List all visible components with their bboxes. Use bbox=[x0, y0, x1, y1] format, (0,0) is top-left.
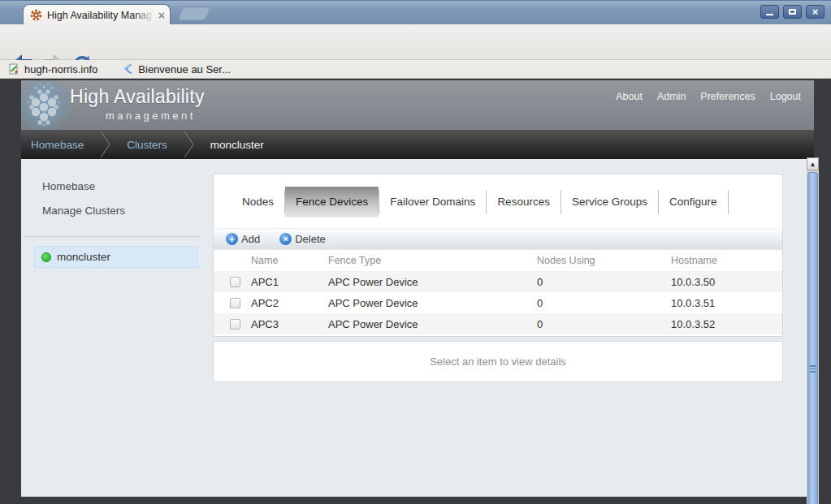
table-row[interactable]: APC1 APC Power Device 0 10.0.3.50 bbox=[214, 271, 782, 292]
column-header-nodes-using: Nodes Using bbox=[537, 255, 671, 266]
table-row[interactable]: APC2 APC Power Device 0 10.0.3.51 bbox=[214, 292, 782, 313]
sidebar-item-moncluster[interactable]: moncluster bbox=[34, 246, 198, 268]
sidebar-item-homebase[interactable]: Homebase bbox=[42, 180, 95, 192]
cluster-status-icon bbox=[41, 252, 51, 262]
luci-page: High Availability management About Admin… bbox=[21, 79, 814, 497]
content-panel: Nodes Fence Devices Failover Domains Res… bbox=[213, 174, 783, 337]
row-checkbox[interactable] bbox=[230, 319, 240, 330]
maximize-button[interactable] bbox=[783, 5, 802, 19]
minimize-button[interactable] bbox=[760, 5, 779, 19]
tab-resources[interactable]: Resources bbox=[487, 187, 560, 218]
row-checkbox[interactable] bbox=[230, 298, 240, 308]
cell-fence-type: APC Power Device bbox=[328, 318, 537, 330]
tab-nodes[interactable]: Nodes bbox=[232, 187, 284, 218]
bookmark-label: Bienvenue au Ser... bbox=[138, 63, 230, 75]
bookmark-item[interactable]: Bienvenue au Ser... bbox=[122, 63, 230, 75]
vertical-scrollbar[interactable]: ▲ ▼ bbox=[807, 157, 819, 504]
close-icon: × bbox=[812, 6, 819, 17]
cell-hostname: 10.0.3.50 bbox=[671, 276, 782, 288]
browser-window: High Availability Manag × × bbox=[0, 0, 831, 504]
tab-title: High Availability Manag bbox=[47, 9, 154, 22]
tab-fence-devices[interactable]: Fence Devices bbox=[285, 187, 379, 218]
bookmark-item[interactable]: hugh-norris.info bbox=[8, 63, 97, 75]
breadcrumb-moncluster: moncluster bbox=[210, 139, 264, 151]
close-window-button[interactable]: × bbox=[806, 5, 825, 19]
preferences-link[interactable]: Preferences bbox=[700, 91, 755, 102]
delete-icon: × bbox=[279, 233, 292, 245]
page-title: High Availability bbox=[70, 86, 205, 108]
dot-cluster-logo-icon bbox=[23, 82, 65, 129]
cell-hostname: 10.0.3.52 bbox=[671, 318, 782, 330]
cell-name: APC1 bbox=[251, 276, 328, 288]
tab-configure[interactable]: Configure bbox=[659, 187, 728, 218]
tab-failover-domains[interactable]: Failover Domains bbox=[379, 187, 486, 218]
page-edit-icon bbox=[8, 63, 19, 75]
bookmarks-bar: hugh-norris.info Bienvenue au Ser... bbox=[0, 60, 831, 79]
delete-label: Delete bbox=[295, 233, 326, 245]
browser-toolbar: × https://127.0.0.1:8084/cluster/monclus… bbox=[0, 24, 831, 60]
column-header-name: Name bbox=[251, 255, 328, 266]
detail-placeholder-text: Select an item to view details bbox=[430, 355, 566, 368]
admin-link[interactable]: Admin bbox=[657, 91, 686, 102]
cell-name: APC3 bbox=[251, 318, 328, 330]
gear-favicon-icon bbox=[30, 9, 42, 21]
cluster-name: moncluster bbox=[57, 251, 110, 263]
column-header-hostname: Hostname bbox=[671, 255, 782, 266]
scrollbar-thumb[interactable] bbox=[807, 172, 818, 504]
logout-link[interactable]: Logout bbox=[770, 91, 801, 102]
breadcrumb-homebase[interactable]: Homebase bbox=[31, 139, 84, 151]
add-icon: + bbox=[226, 233, 238, 245]
minimize-icon bbox=[766, 14, 773, 15]
about-link[interactable]: About bbox=[616, 91, 643, 102]
cell-fence-type: APC Power Device bbox=[328, 297, 537, 309]
tab-service-groups[interactable]: Service Groups bbox=[561, 187, 658, 218]
cell-name: APC2 bbox=[251, 297, 328, 309]
page-subtitle: management bbox=[106, 110, 196, 122]
app-header: High Availability management About Admin… bbox=[21, 79, 814, 130]
cell-nodes-using: 0 bbox=[537, 297, 671, 309]
sidebar-item-manage-clusters[interactable]: Manage Clusters bbox=[42, 205, 125, 217]
row-checkbox[interactable] bbox=[230, 277, 240, 287]
cell-nodes-using: 0 bbox=[537, 276, 671, 288]
swoosh-icon bbox=[122, 63, 133, 75]
scroll-up-button[interactable]: ▲ bbox=[807, 157, 819, 170]
app-logo bbox=[21, 80, 70, 130]
breadcrumb-separator-icon bbox=[100, 131, 110, 157]
cell-fence-type: APC Power Device bbox=[328, 276, 537, 288]
window-controls: × bbox=[760, 5, 825, 19]
tab-bar: Nodes Fence Devices Failover Domains Res… bbox=[232, 187, 729, 218]
column-header-fence-type: Fence Type bbox=[328, 255, 537, 266]
detail-panel: Select an item to view details bbox=[213, 341, 783, 382]
tab-close-icon[interactable]: × bbox=[158, 10, 165, 21]
header-nav: About Admin Preferences Logout bbox=[616, 91, 801, 102]
browser-tab[interactable]: High Availability Manag × bbox=[23, 4, 171, 25]
page-viewport: High Availability management About Admin… bbox=[0, 79, 819, 504]
cell-hostname: 10.0.3.51 bbox=[671, 297, 782, 309]
table-body: APC1 APC Power Device 0 10.0.3.50 APC2 A… bbox=[214, 271, 782, 334]
list-toolbar: + Add × Delete bbox=[214, 228, 782, 250]
table-row[interactable]: APC3 APC Power Device 0 10.0.3.52 bbox=[214, 313, 782, 334]
add-button[interactable]: + Add bbox=[226, 233, 260, 245]
breadcrumb-separator-icon bbox=[184, 131, 194, 157]
cell-nodes-using: 0 bbox=[537, 318, 671, 330]
breadcrumb: Homebase Clusters moncluster bbox=[21, 130, 814, 159]
delete-button[interactable]: × Delete bbox=[279, 233, 326, 245]
scrollbar-grip-icon bbox=[810, 365, 816, 373]
sidebar-divider bbox=[24, 236, 199, 237]
table-header: Name Fence Type Nodes Using Hostname bbox=[214, 250, 782, 271]
main-area: Homebase Manage Clusters moncluster Node… bbox=[21, 159, 814, 497]
new-tab-button[interactable] bbox=[178, 7, 210, 20]
breadcrumb-clusters[interactable]: Clusters bbox=[127, 139, 167, 151]
add-label: Add bbox=[241, 233, 260, 245]
bookmark-label: hugh-norris.info bbox=[24, 63, 97, 75]
maximize-icon bbox=[789, 9, 796, 15]
window-titlebar: High Availability Manag × × bbox=[0, 0, 831, 24]
